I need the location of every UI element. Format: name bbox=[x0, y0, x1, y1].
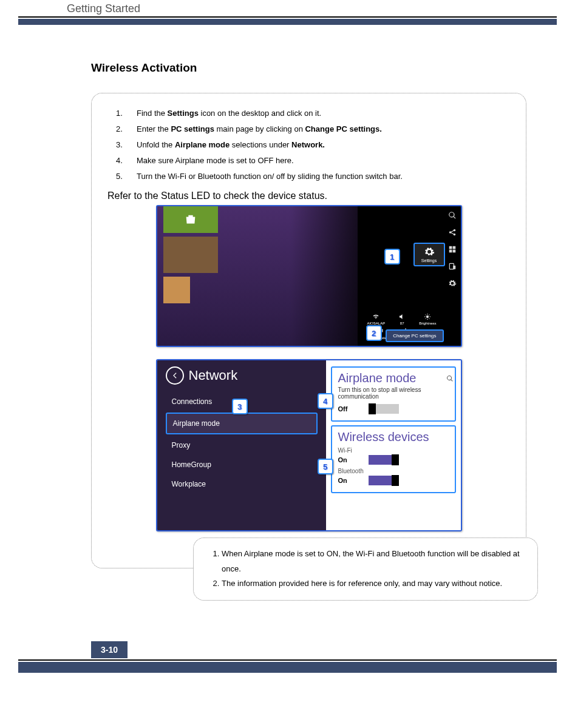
svg-rect-3 bbox=[449, 246, 452, 249]
network-sidebar: Network Connections Airplane mode Proxy … bbox=[157, 360, 326, 530]
page: Getting Started Wireless Activation Find… bbox=[0, 0, 575, 673]
toggle-knob bbox=[392, 475, 399, 486]
back-button[interactable] bbox=[166, 366, 184, 385]
step-text: Find the bbox=[137, 109, 168, 118]
svg-rect-5 bbox=[449, 250, 452, 253]
instruction-box: Find the Settings icon on the desktop an… bbox=[91, 93, 526, 568]
note-item: When Airplane mode is set to ON, the Wi-… bbox=[222, 547, 526, 576]
step-bold: PC settings bbox=[171, 124, 214, 133]
charms-bar bbox=[446, 206, 458, 346]
step-item: Unfold the Airplane mode selections unde… bbox=[107, 137, 510, 153]
step-item: Find the Settings icon on the desktop an… bbox=[107, 106, 510, 121]
nav-proxy[interactable]: Proxy bbox=[166, 436, 318, 455]
airplane-state: Off bbox=[338, 405, 356, 413]
quick-label: Brightness bbox=[419, 322, 436, 325]
charms-panel: Settings 1 AIOSALAP 87 Brightness Notifi… bbox=[358, 206, 461, 346]
steps-list: Find the Settings icon on the desktop an… bbox=[107, 106, 510, 184]
volume-icon bbox=[398, 313, 406, 320]
fade-overlay bbox=[291, 206, 358, 346]
search-icon bbox=[446, 375, 454, 382]
callout-badge-4: 4 bbox=[318, 393, 333, 409]
svg-rect-8 bbox=[453, 266, 455, 269]
callout-badge-5: 5 bbox=[318, 459, 333, 474]
start-icon[interactable] bbox=[448, 245, 457, 254]
callout-badge-1: 1 bbox=[384, 249, 400, 265]
quick-label: 87 bbox=[400, 322, 404, 325]
airplane-toggle[interactable] bbox=[369, 404, 399, 414]
step-extra: Refer to the Status LED to check the dev… bbox=[107, 190, 510, 201]
step-text: selections under bbox=[230, 140, 291, 149]
wireless-devices-panel: Wireless devices Wi-Fi On Bluetooth On bbox=[331, 425, 456, 493]
photo-tile-small[interactable] bbox=[163, 277, 190, 303]
network-quick[interactable]: AIOSALAP bbox=[367, 313, 385, 325]
wireless-panel-title: Wireless devices bbox=[338, 430, 449, 444]
wifi-label: Wi-Fi bbox=[338, 447, 449, 454]
quick-settings-row: AIOSALAP 87 Brightness bbox=[367, 313, 436, 325]
gear-icon bbox=[424, 246, 435, 257]
store-tile[interactable] bbox=[163, 206, 218, 233]
settings-label: Settings bbox=[421, 258, 437, 263]
settings-charm-highlight[interactable]: Settings bbox=[413, 243, 445, 266]
section-title: Wireless Activation bbox=[91, 61, 526, 75]
step-bold: Network. bbox=[291, 140, 325, 149]
wifi-toggle[interactable] bbox=[369, 455, 399, 465]
share-icon[interactable] bbox=[448, 228, 457, 237]
header-accent-bar bbox=[18, 19, 557, 25]
note-callout-box: When Airplane mode is set to ON, the Wi-… bbox=[193, 538, 538, 601]
toggle-knob bbox=[392, 454, 399, 465]
search-button[interactable] bbox=[446, 374, 454, 385]
step-text: Unfold the bbox=[137, 140, 175, 149]
wifi-icon bbox=[372, 313, 379, 320]
page-number: 3-10 bbox=[91, 641, 128, 658]
airplane-mode-panel: Airplane mode Turn this on to stop all w… bbox=[331, 366, 456, 422]
start-screen bbox=[157, 206, 358, 346]
screenshot-start-charms: Settings 1 AIOSALAP 87 Brightness Notifi… bbox=[156, 205, 462, 347]
footer-bar bbox=[18, 662, 557, 673]
volume-quick[interactable]: 87 bbox=[398, 313, 406, 325]
svg-point-9 bbox=[426, 315, 429, 318]
settings-flyout: Settings bbox=[369, 243, 445, 266]
devices-icon[interactable] bbox=[448, 262, 457, 271]
step-bold: Settings bbox=[168, 109, 199, 118]
step-text: Enter the bbox=[137, 124, 171, 133]
chapter-title: Getting Started bbox=[18, 0, 557, 18]
page-footer: 3-10 bbox=[0, 641, 575, 673]
settings-icon[interactable] bbox=[448, 279, 457, 288]
brightness-icon bbox=[424, 313, 431, 320]
nav-workplace[interactable]: Workplace bbox=[166, 474, 318, 494]
step-text: main page by clicking on bbox=[214, 124, 305, 133]
step-bold: Change PC settings. bbox=[305, 124, 381, 133]
nav-airplane-mode[interactable]: Airplane mode bbox=[166, 413, 318, 434]
arrow-left-icon bbox=[171, 371, 179, 380]
step-item: Enter the PC settings main page by click… bbox=[107, 121, 510, 137]
toggle-knob bbox=[369, 403, 376, 414]
step-text: Make sure Airplane mode is set to OFF he… bbox=[137, 156, 294, 165]
svg-rect-6 bbox=[452, 250, 455, 253]
footer-line bbox=[18, 659, 557, 661]
step-item: Make sure Airplane mode is set to OFF he… bbox=[107, 153, 510, 169]
content-area: Wireless Activation Find the Settings ic… bbox=[0, 25, 575, 581]
brightness-quick[interactable]: Brightness bbox=[419, 313, 436, 325]
network-detail-pane: Airplane mode Turn this on to stop all w… bbox=[326, 360, 461, 530]
search-icon[interactable] bbox=[448, 211, 457, 220]
step-bold: Airplane mode bbox=[175, 140, 230, 149]
svg-rect-4 bbox=[452, 246, 455, 249]
step-item: Turn the Wi-Fi or Bluetooth function on/… bbox=[107, 169, 510, 184]
note-list: When Airplane mode is set to ON, the Wi-… bbox=[211, 547, 526, 592]
step-text: Turn the Wi-Fi or Bluetooth function on/… bbox=[137, 172, 403, 181]
network-title: Network bbox=[189, 368, 238, 383]
callout-badge-2: 2 bbox=[366, 325, 382, 341]
store-icon bbox=[184, 213, 197, 226]
callout-badge-3: 3 bbox=[232, 399, 248, 414]
page-header: Getting Started bbox=[0, 0, 575, 25]
airplane-panel-sub: Turn this on to stop all wireless commun… bbox=[338, 386, 449, 400]
note-item: The information provided here is for ref… bbox=[222, 576, 526, 592]
nav-homegroup[interactable]: HomeGroup bbox=[166, 455, 318, 474]
bluetooth-toggle[interactable] bbox=[369, 476, 399, 485]
airplane-panel-title: Airplane mode bbox=[338, 371, 449, 385]
photo-tile[interactable] bbox=[163, 237, 218, 273]
bluetooth-state: On bbox=[338, 477, 356, 484]
change-pc-settings-link[interactable]: Change PC settings bbox=[386, 329, 443, 342]
screenshot-network-settings: Network Connections Airplane mode Proxy … bbox=[156, 359, 462, 531]
step-text: icon on the desktop and click on it. bbox=[199, 109, 321, 118]
